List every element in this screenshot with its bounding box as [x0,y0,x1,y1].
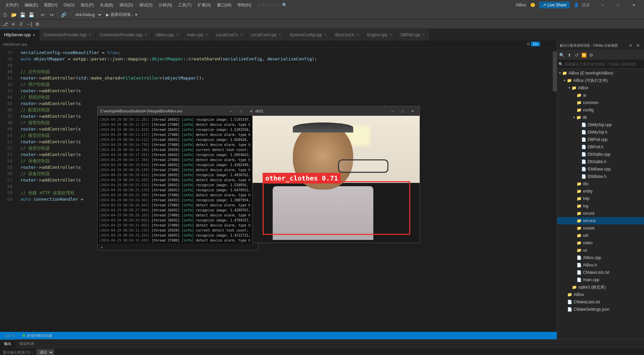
save-all-btn[interactable]: 💾 [28,11,35,18]
maximize-button[interactable]: □ [610,0,626,10]
tree-item[interactable]: 📄DbMySql.h [557,129,644,136]
menu-analyze[interactable]: 分析(N) [156,1,175,9]
solution-tree[interactable]: ▼📁AiBox (E:\work\git\AiBox)▼📁AiBox (可执行文… [557,69,644,339]
split-editor-btn[interactable]: ⧉ [527,42,530,46]
comment-btn[interactable]: // [17,20,25,28]
git-btn[interactable]: ⎇ [1,20,9,28]
rpanel-collapse-btn[interactable]: ⬆ [566,52,573,59]
tab-output[interactable]: 输出 [0,340,15,348]
tab-close[interactable]: ✕ [33,33,35,37]
camera-close[interactable]: ✕ [408,108,417,114]
config-selector[interactable]: x64-Debug [71,11,103,18]
code-scrollbar[interactable] [553,48,557,339]
run-button[interactable]: ▶ 选择启动项... ▾ [104,11,139,18]
tab-close[interactable]: ✕ [205,33,208,37]
tree-item[interactable]: 📁common [557,99,644,106]
menu-build[interactable]: 生成(B) [97,1,116,9]
tree-item[interactable]: ▼📁db [557,114,644,121]
tree-item[interactable]: 📄main.cpp [557,276,644,284]
tab-dbpoll[interactable]: DBPoll.cpp ✕ [396,29,429,41]
tree-item[interactable]: 📄IDbBase.cpp [557,165,644,173]
rpanel-settings-btn[interactable]: ⚙ [588,52,595,59]
new-file-btn[interactable]: 🗋 [1,11,9,18]
tab-connprovider-h[interactable]: ConnectionProvider.hpp ✕ [40,29,96,41]
tree-item[interactable]: 📁log [557,202,644,210]
tab-boxconf[interactable]: BoxConf.h ✕ [331,29,363,41]
tree-item[interactable]: 📁util [557,232,644,239]
menu-view[interactable]: 视图(V) [41,1,60,9]
settings-btn[interactable]: ⚙ [34,20,41,28]
tab-localconf-cpp[interactable]: LocalConf.cpp ✕ [247,29,286,41]
rpanel-refresh-btn[interactable]: ↺ [573,52,580,59]
tree-item[interactable]: 📄CMakeSettings.json [557,306,644,313]
tree-item[interactable]: 📄AiBox.cpp [557,254,644,261]
menu-git[interactable]: Git(G) [61,1,77,9]
tab-engine[interactable]: Engine.cpp ✕ [363,29,396,41]
tree-item[interactable]: 📁vo [557,247,644,254]
rpanel-filter-btn[interactable]: 🔽 [581,52,587,59]
tab-localconf-h[interactable]: LocalConf.h ✕ [212,29,247,41]
tree-item[interactable]: 📄CMakeLists.txt [557,298,644,306]
tree-item[interactable]: ▼📁AiBox (可执行文件) [557,77,644,84]
menu-tools[interactable]: 工具(T) [175,1,194,9]
go-button[interactable]: Go [531,42,540,46]
tree-item[interactable]: 📁dto [557,180,644,188]
rpanel-menu-btn[interactable]: ≡ [627,42,634,49]
tab-main-cpp[interactable]: main.cpp ✕ [183,29,212,41]
format-btn[interactable]: ≡ [9,20,17,28]
tab-close[interactable]: ✕ [89,33,91,37]
undo-btn[interactable]: ↩ [39,11,47,18]
minimize-button[interactable]: ─ [595,0,610,10]
redo-btn[interactable]: ↪ [48,11,55,18]
menu-edit[interactable]: 编辑(E) [22,1,41,9]
tree-item[interactable]: 📄DbSqlite.cpp [557,151,644,158]
tree-item[interactable]: 📄DBPoll.cpp [557,136,644,143]
code-editor[interactable]: HttpServer.cpp ⧉ Go 37 38 39 40 41 42 43… [0,41,557,339]
live-share-button[interactable]: ↗ Live Share [539,2,570,8]
tab-httpserver[interactable]: HttpServer.cpp ✕ [0,29,40,41]
tree-item[interactable]: 📄CMakeLists.txt [557,269,644,276]
save-btn[interactable]: 💾 [19,11,26,18]
tree-item[interactable]: 📄AiBox.h [557,261,644,269]
menu-help[interactable]: 帮助(H) [235,1,254,9]
tree-item[interactable]: 📁AiBox [557,291,644,298]
tab-close[interactable]: ✕ [389,33,392,37]
tab-close[interactable]: ✕ [240,33,243,37]
menu-debug[interactable]: 调试(D) [117,1,136,9]
tree-item[interactable]: 📁socket [557,224,644,232]
rpanel-close-btn[interactable]: ✕ [635,42,641,49]
tree-item[interactable]: 📄DBPoll.h [557,143,644,151]
tab-close[interactable]: ✕ [422,33,425,37]
tree-item[interactable]: 📁record [557,210,644,217]
tab-close[interactable]: ✕ [278,33,281,37]
tab-close[interactable]: ✕ [356,33,359,37]
console-minimize[interactable]: ─ [226,108,235,114]
menu-ext[interactable]: 扩展(X) [195,1,214,9]
output-source-select[interactable]: 调试 [37,349,54,355]
tree-item[interactable]: 📁sqlite3 (静态库) [557,284,644,291]
open-file-btn[interactable]: 📂 [10,11,17,18]
tree-item[interactable]: 📄IDbBase.h [557,173,644,180]
console-maximize[interactable]: □ [236,108,245,114]
tree-item[interactable]: ▼📁AiBox (E:\work\git\AiBox) [557,69,644,77]
camera-window[interactable]: d001 ─ □ ✕ [252,106,420,243]
menu-test[interactable]: 测试(S) [137,1,155,9]
tree-item[interactable]: 📁entity [557,188,644,195]
tab-error-list[interactable]: 错误列表 [15,340,38,348]
tab-systemconfig[interactable]: SystemConfig.cpp ✕ [285,29,331,41]
tree-item[interactable]: 📁config [557,106,644,114]
tree-item[interactable]: 📁service [557,217,644,224]
tab-close[interactable]: ✕ [176,33,178,37]
menu-project[interactable]: 项目(P) [78,1,97,9]
rpanel-search-btn[interactable]: 🔍 [558,52,565,59]
close-button[interactable]: ✕ [626,0,641,10]
tree-item[interactable]: ▼📁AiBox [557,84,644,92]
menu-window[interactable]: 窗口(W) [214,1,234,9]
tab-close[interactable]: ✕ [145,33,147,37]
camera-minimize[interactable]: ─ [388,108,397,114]
code-scrollbar-thumb[interactable] [553,51,557,92]
tree-item[interactable]: 📄DbMySql.cpp [557,121,644,129]
tab-aibox-cpp[interactable]: AiBox.cpp ✕ [152,29,183,41]
console-window[interactable]: E:\work\git\AiBox\out\build\x64-Debug\Ai… [97,106,258,250]
menu-file[interactable]: 文件(F) [3,1,21,9]
